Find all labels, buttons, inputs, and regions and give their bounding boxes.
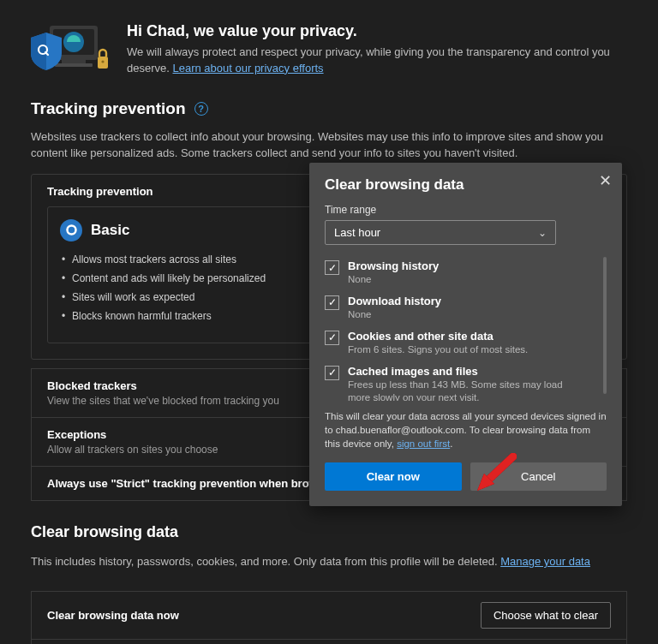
dialog-sync-note: This will clear your data across all you…	[325, 409, 607, 450]
clear-on-close-row[interactable]: Choose what to clear every time you clos…	[31, 640, 627, 644]
privacy-hero-icon	[24, 22, 111, 74]
clear-now-row: Clear browsing data now Choose what to c…	[31, 591, 627, 640]
tracking-section-title: Tracking prevention ?	[0, 92, 658, 123]
clear-section-desc: This includes history, passwords, cookie…	[0, 548, 658, 582]
checkbox[interactable]	[325, 331, 339, 345]
clear-item-browsing-history[interactable]: Browsing historyNone	[325, 255, 607, 290]
clear-browsing-data-dialog: Clear browsing data ✕ Time range Last ho…	[309, 163, 622, 506]
checkbox[interactable]	[325, 366, 339, 380]
checkbox[interactable]	[325, 295, 339, 310]
manage-data-link[interactable]: Manage your data	[500, 555, 590, 568]
time-range-select[interactable]: Last hour ⌄	[325, 220, 556, 245]
clear-item-cache[interactable]: Cached images and filesFrees up less tha…	[325, 361, 607, 401]
choose-what-to-clear-button[interactable]: Choose what to clear	[481, 602, 611, 629]
chevron-down-icon: ⌄	[538, 227, 547, 239]
svg-point-9	[68, 227, 75, 234]
close-icon[interactable]: ✕	[599, 171, 612, 190]
clear-item-download-history[interactable]: Download historyNone	[325, 290, 607, 325]
clear-items-list: Browsing historyNone Download historyNon…	[325, 255, 607, 401]
privacy-subtext: We will always protect and respect your …	[127, 45, 641, 77]
clear-section-title: Clear browsing data	[0, 501, 658, 548]
tracking-option-basic[interactable]: Basic Allows most trackers across all si…	[47, 206, 324, 344]
time-range-label: Time range	[325, 204, 607, 216]
svg-point-7	[101, 60, 104, 63]
privacy-greeting: Hi Chad, we value your privacy.	[127, 22, 641, 40]
cancel-button[interactable]: Cancel	[470, 462, 607, 491]
checkbox[interactable]	[325, 260, 339, 275]
basic-points: Allows most trackers across all sites Co…	[60, 250, 311, 326]
svg-rect-3	[55, 63, 93, 67]
help-icon[interactable]: ?	[194, 102, 208, 116]
clear-now-button[interactable]: Clear now	[325, 462, 462, 491]
sign-out-first-link[interactable]: sign out first	[397, 438, 450, 449]
dialog-scrollbar[interactable]	[603, 257, 607, 394]
clear-item-cookies[interactable]: Cookies and other site dataFrom 6 sites.…	[325, 325, 607, 361]
svg-rect-2	[62, 60, 86, 63]
privacy-header: Hi Chad, we value your privacy. We will …	[0, 0, 658, 92]
privacy-efforts-link[interactable]: Learn about our privacy efforts	[172, 62, 323, 75]
dialog-title: Clear browsing data	[325, 176, 607, 194]
basic-icon	[60, 219, 82, 242]
